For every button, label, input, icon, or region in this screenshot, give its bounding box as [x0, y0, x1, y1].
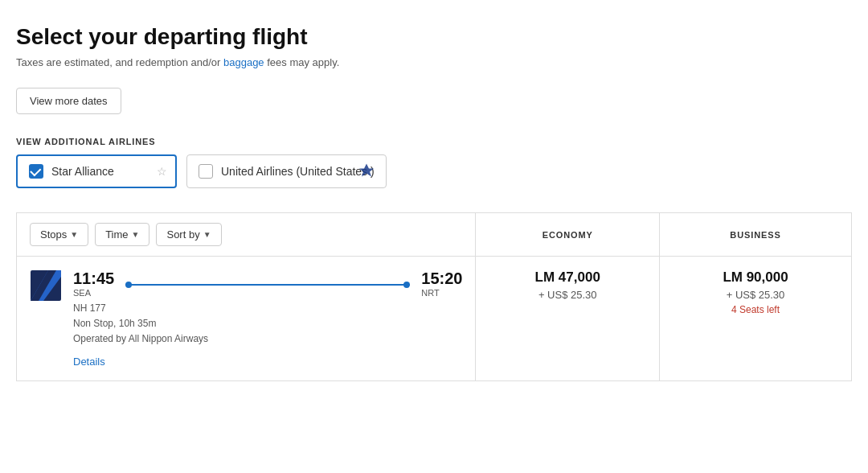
business-price: LM 90,000	[673, 269, 838, 286]
depart-time: 11:45	[73, 269, 114, 288]
business-col-header: BUSINESS	[660, 213, 852, 257]
flight-details: NH 177 Non Stop, 10h 35m Operated by All…	[73, 301, 462, 348]
economy-col-header: ECONOMY	[476, 213, 660, 257]
flight-line	[125, 284, 410, 286]
star-alliance-checkbox[interactable]	[29, 164, 43, 179]
details-link[interactable]: Details	[73, 356, 462, 368]
star-alliance-filter[interactable]: Star Alliance ☆	[16, 154, 177, 188]
flight-info-cell: 11:45 SEA 15:20 NRT	[17, 257, 476, 381]
stops-caret-icon: ▼	[70, 230, 78, 239]
united-airlines-icon	[355, 162, 378, 181]
united-airlines-label: United Airlines (United States )	[221, 165, 375, 178]
economy-cell[interactable]: LM 47,000 + US$ 25.30	[476, 257, 660, 381]
svg-marker-0	[359, 164, 374, 177]
arrive-time: 15:20	[421, 269, 462, 288]
flight-number: NH 177	[73, 301, 462, 316]
business-fee: + US$ 25.30	[673, 289, 838, 301]
stop-info: Non Stop, 10h 35m	[73, 316, 462, 331]
sort-filter-button[interactable]: Sort by ▼	[156, 223, 221, 246]
subtitle-text: Taxes are estimated, and redemption and/…	[16, 56, 852, 68]
table-row: 11:45 SEA 15:20 NRT	[17, 257, 852, 381]
results-table: Stops ▼ Time ▼ Sort by ▼ ECONOMY	[16, 212, 852, 381]
time-caret-icon: ▼	[132, 230, 140, 239]
stops-filter-button[interactable]: Stops ▼	[30, 223, 88, 246]
time-filter-button[interactable]: Time ▼	[95, 223, 149, 246]
baggage-link[interactable]: baggage	[223, 56, 264, 68]
page-title: Select your departing flight	[16, 24, 852, 50]
operated-by: Operated by All Nippon Airways	[73, 331, 462, 347]
sort-caret-icon: ▼	[203, 230, 211, 239]
view-more-dates-button[interactable]: View more dates	[16, 88, 121, 114]
airline-logo	[30, 269, 62, 302]
airlines-section-label: VIEW ADDITIONAL AIRLINES	[16, 137, 852, 146]
flight-col-header: Stops ▼ Time ▼ Sort by ▼	[17, 213, 476, 257]
depart-airport: SEA	[73, 288, 114, 298]
arrive-airport: NRT	[421, 288, 462, 298]
star-icon: ☆	[157, 165, 167, 178]
united-airlines-filter[interactable]: United Airlines (United States )	[186, 154, 387, 188]
economy-price: LM 47,000	[489, 269, 646, 286]
economy-fee: + US$ 25.30	[489, 289, 646, 301]
united-airlines-checkbox[interactable]	[199, 164, 213, 179]
business-cell[interactable]: LM 90,000 + US$ 25.30 4 Seats left	[660, 257, 852, 381]
seats-left-badge: 4 Seats left	[673, 304, 838, 315]
airline-filters: Star Alliance ☆ United Airlines (United …	[16, 154, 852, 188]
star-alliance-label: Star Alliance	[51, 165, 114, 178]
